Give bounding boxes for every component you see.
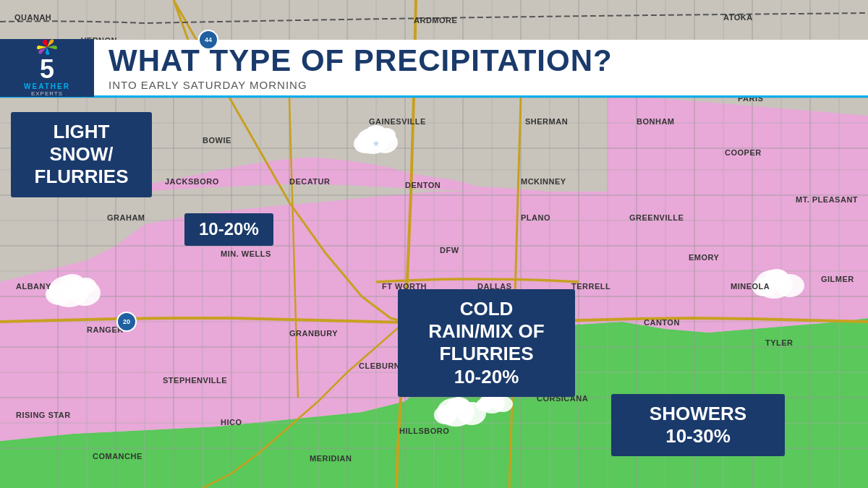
city-label-terrell: TERRELL: [571, 282, 610, 291]
main-title: WHAT TYPE OF PRECIPITATION?: [109, 44, 613, 77]
city-label-denton: DENTON: [405, 181, 441, 189]
city-label-comanche: COMANCHE: [93, 452, 142, 461]
percent-1-label: 10-20%: [199, 219, 259, 239]
showers-label: SHOWERS10-30%: [650, 403, 746, 447]
city-label-gainesville: GAINESVILLE: [369, 117, 426, 126]
svg-point-51: [378, 128, 396, 142]
city-label-minwells: MIN. WELLS: [221, 249, 271, 258]
city-label-atoka: ATOKA: [723, 13, 753, 22]
city-label-granbury: GRANBURY: [289, 329, 338, 338]
subtitle: INTO EARLY SATURDAY MORNING: [109, 79, 613, 91]
experts-label: EXPERTS: [31, 90, 63, 97]
city-label-dfw: DFW: [440, 246, 459, 254]
city-label-hillsboro: HILLSBORO: [399, 427, 449, 435]
svg-point-57: [76, 278, 96, 294]
light-snow-box: LIGHT SNOW/FLURRIES: [11, 112, 152, 197]
city-label-tyler: TYLER: [765, 338, 793, 347]
channel-number: 5: [40, 56, 54, 82]
city-label-sherman: SHERMAN: [525, 117, 568, 126]
percent-box-1: 10-20%: [184, 213, 273, 246]
city-label-gilmer: GILMER: [821, 275, 854, 283]
interstate-20: 20: [116, 312, 137, 332]
city-label-meridian: MERIDIAN: [310, 454, 352, 463]
city-label-canton: CANTON: [644, 318, 680, 327]
city-label-quanah: QUANAH: [14, 13, 51, 22]
city-label-hico: HICO: [221, 418, 242, 427]
city-label-bowie: BOWIE: [203, 136, 231, 145]
city-label-mineola: MINEOLA: [731, 282, 770, 291]
showers-box: SHOWERS10-30%: [611, 394, 785, 456]
city-label-decatur: DECATUR: [289, 177, 330, 186]
map-container: *: [0, 0, 868, 488]
city-label-jacksboro: JACKSBORO: [165, 177, 219, 186]
cold-rain-label: COLDRAIN/MIX OFFLURRIES10-20%: [428, 298, 544, 388]
weather-label: WEATHER: [24, 82, 70, 90]
city-label-emory: EMORY: [689, 253, 719, 262]
city-label-ardmore: ARDMORE: [414, 16, 457, 25]
svg-point-61: [447, 397, 470, 414]
city-label-albany: ALBANY: [16, 282, 51, 291]
city-label-greenville: GREENVILLE: [629, 213, 684, 222]
city-label-graham: GRAHAM: [107, 213, 145, 222]
header-bar: 5 WEATHER EXPERTS WHAT TYPE OF PRECIPITA…: [0, 40, 868, 98]
svg-text:*: *: [373, 138, 379, 154]
city-label-bonham: BONHAM: [637, 117, 675, 126]
light-snow-label: LIGHT SNOW/FLURRIES: [35, 121, 129, 187]
city-label-mckinney: MCKINNEY: [521, 177, 566, 186]
city-label-cooper: COOPER: [725, 148, 762, 157]
header-text: WHAT TYPE OF PRECIPITATION? INTO EARLY S…: [94, 44, 613, 91]
interstate-44: 44: [198, 30, 218, 50]
cold-rain-box: COLDRAIN/MIX OFFLURRIES10-20%: [398, 289, 575, 397]
city-label-risingstar: RISING STAR: [16, 411, 71, 419]
nbc-peacock: [36, 39, 58, 56]
city-label-plano: PLANO: [521, 213, 550, 222]
city-label-mtpleasant: MT. PLEASANT: [796, 195, 858, 204]
station-logo: 5 WEATHER EXPERTS: [0, 39, 94, 97]
city-label-stephenville: STEPHENVILLE: [163, 376, 227, 385]
